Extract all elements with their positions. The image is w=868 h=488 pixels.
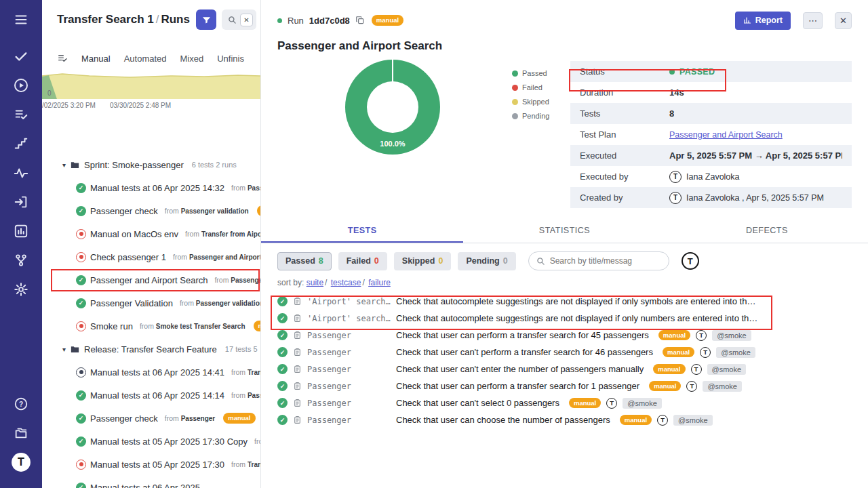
tree-run[interactable]: Manual tests at 05 Apr 2025 17:30from Tr…	[42, 453, 260, 476]
tab-tests[interactable]: TESTS	[261, 219, 463, 243]
info-row: StatusPASSED	[570, 61, 852, 82]
panel-header: Transfer Search 1/Runs ✕	[42, 0, 260, 35]
gear-icon[interactable]	[9, 278, 33, 301]
legend-label: Pending	[522, 112, 549, 120]
status-failed-icon	[76, 229, 86, 239]
breadcrumb-separator: /	[154, 13, 161, 26]
funnel-icon	[201, 15, 212, 25]
more-button[interactable]: ⋯	[803, 12, 823, 29]
filter-chip-failed[interactable]: Failed0	[338, 252, 387, 270]
runs-search[interactable]: ✕	[222, 9, 256, 30]
play-icon[interactable]	[9, 74, 33, 97]
tree-run[interactable]: ✓Passenger and Airport Searchfrom Passen…	[42, 268, 260, 291]
testomat-badge-icon: T	[606, 398, 617, 409]
manual-badge: manual	[569, 398, 601, 408]
tree-folder[interactable]: ▾Sprint: Smoke-passenger6 tests 2 runs	[42, 153, 260, 176]
tab-defects[interactable]: DEFECTS	[666, 219, 868, 243]
test-row[interactable]: ✓PassengerCheck that user can't enter th…	[261, 361, 868, 378]
filter-chip-passed[interactable]: Passed8	[277, 252, 332, 270]
status-passed-icon: ✓	[277, 347, 288, 357]
checklist-icon[interactable]	[9, 103, 33, 126]
check-icon[interactable]	[9, 45, 33, 68]
tree-run[interactable]: ✓Manual tests at 06 Apr 2025 14:32from P…	[42, 176, 260, 199]
logo-icon[interactable]: T	[9, 451, 33, 474]
test-search	[528, 251, 669, 270]
run-label: Check passenger 1	[90, 252, 166, 262]
run-source: from Passenger validation	[165, 207, 249, 215]
tree-run[interactable]: Manual on MacOs envfrom Transfer from Ai…	[42, 222, 260, 245]
tab-statistics[interactable]: STATISTICS	[463, 219, 665, 243]
run-label: Manual tests at 05 Apr 2025 17:30	[90, 460, 224, 470]
test-title: Check that user can't enter the number o…	[396, 364, 644, 374]
pulse-icon[interactable]	[9, 161, 33, 184]
tree-run[interactable]: ✓Manual tests at 06 Apr 2025 14:14from P…	[42, 384, 260, 407]
filter-chip-pending[interactable]: Pending0	[458, 252, 515, 270]
test-row[interactable]: ✓PassengerCheck that user can choose the…	[261, 411, 868, 428]
runs-tab-unfinis[interactable]: Unfinis	[217, 54, 244, 64]
testomat-badge-icon: T	[700, 347, 711, 358]
steps-icon[interactable]	[9, 132, 33, 155]
chart-icon[interactable]	[9, 220, 33, 243]
test-row[interactable]: ✓PassengerCheck that user can perform a …	[261, 378, 868, 394]
branch-icon[interactable]	[9, 249, 33, 272]
status-passed-icon: ✓	[76, 390, 86, 401]
run-source: from Pass	[231, 184, 260, 192]
tag-badge: @smoke	[623, 398, 662, 409]
tree-run[interactable]: ✓Manual tests at 05 Apr 2025 17:30 Copyf…	[42, 430, 260, 453]
sort-row: sort by: suite/ testcase/ failure	[261, 270, 868, 287]
test-row[interactable]: ✓PassengerCheck that user can perform a …	[261, 327, 868, 344]
info-row: ExecutedApr 5, 2025 5:57 PM → Apr 5, 202…	[570, 145, 852, 166]
status-passed-icon: ✓	[277, 364, 288, 374]
section-name: Runs	[161, 13, 190, 26]
clear-search-button[interactable]: ✕	[240, 14, 253, 26]
test-row[interactable]: ✓'Airport' search …Check that autocomple…	[261, 293, 868, 310]
report-button[interactable]: Report	[735, 12, 791, 30]
test-row[interactable]: ✓'Airport' search …Check that autocomple…	[261, 310, 868, 327]
legend-dot	[512, 70, 518, 77]
tree-run[interactable]: ✓Passenger Validationfrom Passenger vali…	[42, 291, 260, 314]
svg-text:T: T	[18, 455, 24, 468]
test-plan-link[interactable]: Passenger and Airport Search	[669, 130, 783, 140]
test-search-input[interactable]	[550, 256, 652, 266]
testomat-badge-icon: T	[657, 415, 668, 426]
tree-run[interactable]: ✓Passenger checkfrom Passengermanual6	[42, 407, 260, 430]
testomat-logo-icon[interactable]: T	[682, 252, 699, 270]
projects-icon[interactable]	[9, 422, 33, 445]
test-row[interactable]: ✓PassengerCheck that user can't perform …	[261, 344, 868, 361]
entry-icon[interactable]	[9, 190, 33, 214]
copy-icon[interactable]	[355, 16, 365, 25]
legend-item: Failed	[512, 83, 549, 92]
legend-label: Passed	[522, 69, 547, 77]
filter-chip-skipped[interactable]: Skipped0	[394, 252, 452, 270]
status-passed-icon: ✓	[277, 296, 288, 306]
status-passed-icon: ✓	[76, 183, 86, 193]
runs-tab-manual[interactable]: Manual	[81, 54, 111, 64]
sort-link-failure[interactable]: failure	[368, 278, 391, 287]
svg-text:?: ?	[19, 401, 23, 408]
status-passed-icon: ✓	[277, 415, 288, 425]
run-source: from Passenger and Airport Searc	[173, 253, 260, 261]
status-passed-icon: ✓	[277, 398, 288, 408]
manual-badge: manual	[658, 330, 690, 340]
filter-button[interactable]	[196, 9, 216, 30]
test-row[interactable]: ✓PassengerCheck that user can't select 0…	[261, 394, 868, 411]
sort-link-suite[interactable]: suite	[307, 278, 323, 287]
help-icon[interactable]: ?	[9, 392, 33, 415]
tree-run[interactable]: ✓Passenger checkfrom Passenger validatio…	[42, 199, 260, 222]
runs-tab-mixed[interactable]: Mixed	[180, 54, 204, 64]
select-runs-icon[interactable]	[57, 53, 68, 64]
tree-run[interactable]: Smoke runfrom Smoke test Transfer Search…	[42, 314, 260, 338]
tree-folder[interactable]: ▾Release: Transfer Search Feature17 test…	[42, 338, 260, 361]
tree-run[interactable]: Check passenger 1from Passenger and Airp…	[42, 245, 260, 268]
runs-filter-tabs: ManualAutomatedMixedUnfinis	[42, 53, 260, 64]
clipboard-icon	[293, 365, 302, 373]
runs-tab-automated[interactable]: Automated	[124, 54, 167, 64]
menu-icon[interactable]	[9, 8, 33, 31]
status-passed-icon: ✓	[277, 330, 288, 340]
folder-icon	[70, 344, 80, 354]
sort-link-testcase[interactable]: testcase	[331, 278, 361, 287]
area-chart	[42, 68, 260, 99]
close-run-button[interactable]: ✕	[835, 12, 852, 29]
tree-run[interactable]: ✓Manual tests at 06 Apr 2025	[42, 476, 260, 488]
tree-run[interactable]: Manual tests at 06 Apr 2025 14:41from Tr…	[42, 361, 260, 384]
